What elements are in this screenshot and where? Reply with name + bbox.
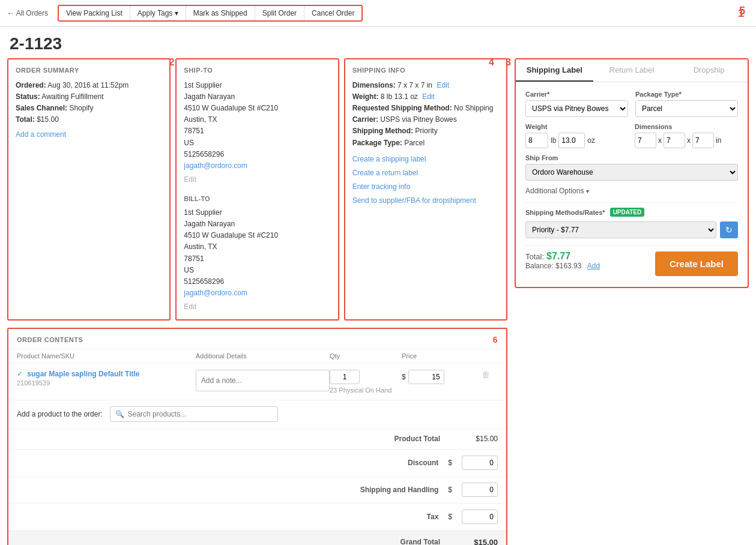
shipping-info-panel: 3 4 SHIPPING INFO Dimensions: 7 x 7 x 7 … [344, 58, 507, 321]
apply-tags-button[interactable]: Apply Tags ▾ [130, 6, 186, 20]
oz-unit: oz [587, 136, 595, 145]
bill-phone: 5125658296 [184, 276, 330, 288]
delete-product-button[interactable]: 🗑 [474, 370, 498, 379]
qty-input[interactable] [330, 370, 360, 384]
enter-tracking-link[interactable]: Enter tracking info [352, 181, 499, 193]
ship-address: 4510 W Guadalupe St #C210 [184, 103, 330, 114]
divider-1 [525, 202, 738, 203]
ship-supplier: 1st Supplier [184, 80, 330, 91]
shipping-handling-label: Shipping and Handling [360, 486, 439, 494]
ship-country: US [184, 137, 330, 149]
cancel-order-button[interactable]: Cancel Order [304, 6, 361, 20]
product-total-value: $15.00 [450, 435, 498, 443]
table-row: ✓ sugar Maple sapling Default Title 2106… [8, 364, 506, 400]
package-type-select[interactable]: Parcel [635, 100, 738, 117]
weight-dims-container: Weight lb oz Dimensions x x [525, 123, 738, 148]
back-link[interactable]: ← All Orders [7, 9, 48, 17]
product-total-row: Product Total $15.00 [8, 429, 506, 450]
grand-total-value: $15.00 [450, 538, 498, 545]
tax-dollar: $ [448, 513, 452, 521]
price-dollar: $ [402, 373, 406, 381]
main-layout: 2 ORDER SUMMARY Ordered: Aug 30, 2016 at… [0, 58, 756, 545]
bill-country: US [184, 265, 330, 276]
dim-edit-link[interactable]: Edit [437, 81, 449, 89]
balance-amount: $163.93 [555, 262, 581, 270]
search-products-wrap: 🔍 [110, 406, 278, 422]
on-hand-text: 23 Physical On Hand [330, 387, 402, 394]
shipping-label-panel: Shipping Label Return Label Dropship Car… [515, 58, 749, 288]
view-packing-list-button[interactable]: View Packing List [59, 6, 130, 20]
weight-oz-input[interactable] [558, 133, 585, 148]
rates-select-row: Priority - $7.77 ↻ [525, 221, 738, 238]
product-sku: 210619539 [17, 379, 196, 387]
tab-shipping-label[interactable]: Shipping Label [516, 59, 593, 82]
create-return-label-link[interactable]: Create a return label [352, 167, 499, 179]
tab-return-label[interactable]: Return Label [593, 59, 671, 82]
create-shipping-label-link[interactable]: Create a shipping label [352, 154, 499, 165]
search-products-input[interactable] [128, 410, 273, 418]
split-order-button[interactable]: Split Order [255, 6, 304, 20]
dropship-link[interactable]: Send to supplier/FBA for dropshipment [352, 195, 499, 206]
shipping-body: Carrier* USPS via Pitney Bowes Package T… [516, 82, 748, 287]
lb-unit: lb [551, 136, 556, 145]
dimensions-group: Dimensions x x in [635, 123, 738, 148]
step-4-label: 4 [489, 55, 494, 70]
nav-actions-group: View Packing List Apply Tags ▾ Mark as S… [58, 5, 363, 22]
order-summary-title: ORDER SUMMARY [16, 65, 162, 76]
create-label-button[interactable]: Create Label [655, 251, 738, 276]
ship-to-edit-link[interactable]: Edit [184, 175, 196, 184]
bill-to-edit-link[interactable]: Edit [184, 303, 196, 311]
grand-total-label: Grand Total [401, 538, 440, 545]
col-actions [474, 352, 498, 360]
total-value: $15.00 [37, 115, 59, 124]
ship-to-panel: SHIP-TO 1st Supplier Jagath Narayan 4510… [175, 58, 339, 321]
shipping-input[interactable] [462, 483, 498, 497]
channel-label: Sales Channel: [16, 104, 67, 112]
step-2-label: 2 [169, 55, 174, 70]
dim-x-input[interactable] [635, 133, 656, 148]
qty-cell: 23 Physical On Hand [330, 370, 402, 394]
bill-supplier: 1st Supplier [184, 207, 330, 218]
shipping-info-title: SHIPPING INFO [352, 65, 499, 76]
mark-as-shipped-button[interactable]: Mark as Shipped [186, 6, 255, 20]
weight-label: Weight: [352, 92, 379, 101]
left-column: 2 ORDER SUMMARY Ordered: Aug 30, 2016 at… [7, 58, 507, 545]
ship-from-select[interactable]: Ordoro Warehouse [525, 164, 738, 181]
ship-email-link[interactable]: jagath@ordoro.com [184, 161, 247, 170]
bill-email-link[interactable]: jagath@ordoro.com [184, 289, 247, 297]
status-value: Awaiting Fulfillment [41, 92, 103, 101]
ship-phone: 5125658296 [184, 149, 330, 160]
ordered-label: Ordered: [16, 81, 46, 89]
dim-y-input[interactable] [664, 133, 685, 148]
dim-unit-label: in [716, 136, 721, 145]
package-type-form-label: Package Type* [635, 91, 738, 98]
product-total-label: Product Total [395, 435, 440, 443]
price-input[interactable] [408, 370, 444, 384]
carrier-group: Carrier* USPS via Pitney Bowes [525, 91, 628, 117]
package-type-group: Package Type* Parcel [635, 91, 738, 117]
refresh-rates-button[interactable]: ↻ [720, 221, 738, 238]
carrier-select[interactable]: USPS via Pitney Bowes [525, 100, 628, 117]
ordered-value: Aug 30, 2016 at 11:52pm [47, 81, 129, 89]
weight-edit-link[interactable]: Edit [422, 92, 435, 101]
ship-method-label: Shipping Method: [352, 127, 413, 135]
additional-options-toggle[interactable]: Additional Options ▾ [525, 187, 738, 195]
balance-add-link[interactable]: Add [587, 262, 600, 270]
total-create-row: Total: $7.77 Balance: $163.93 Add Create… [525, 251, 738, 276]
discount-input[interactable] [462, 456, 498, 470]
tab-dropship[interactable]: Dropship [670, 59, 748, 82]
weight-lb-input[interactable] [525, 133, 548, 148]
grand-total-row: Grand Total $15.00 [8, 531, 506, 545]
rates-select[interactable]: Priority - $7.77 [525, 221, 716, 238]
add-product-row: Add a product to the order: 🔍 [8, 400, 506, 429]
dim-z-input[interactable] [692, 133, 714, 148]
bill-to-title: BILL-TO [184, 194, 330, 205]
carrier-form-label: Carrier* [525, 91, 628, 98]
step-6-label: 6 [493, 335, 498, 345]
bill-address: 4510 W Guadalupe St #C210 [184, 230, 330, 241]
add-comment-link[interactable]: Add a comment [16, 130, 66, 139]
product-info: ✓ sugar Maple sapling Default Title 2106… [17, 370, 196, 387]
note-input[interactable] [196, 370, 330, 391]
ship-from-form-label: Ship From [525, 154, 738, 161]
tax-input[interactable] [462, 510, 498, 524]
